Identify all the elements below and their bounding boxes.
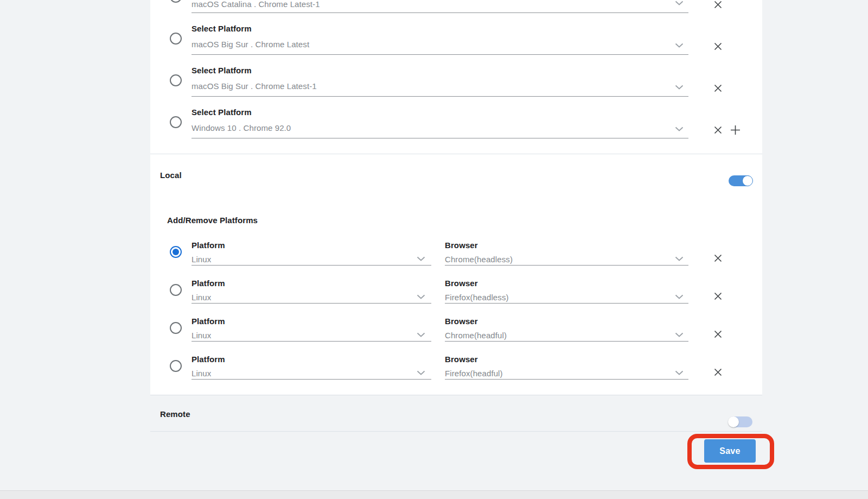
- platform-label: Platform: [192, 353, 225, 364]
- chevron-down-icon: [675, 370, 684, 375]
- platform-select-value[interactable]: Windows 10 . Chrome 92.0: [192, 122, 291, 134]
- field-underline: [192, 12, 688, 13]
- chevron-down-icon: [675, 127, 684, 131]
- toggle-knob: [728, 416, 739, 427]
- field-underline: [192, 138, 688, 138]
- platform-label: Platform: [192, 315, 225, 326]
- remove-row-button[interactable]: [711, 365, 724, 378]
- chevron-down-icon: [417, 294, 425, 299]
- platform-radio[interactable]: [170, 33, 182, 45]
- browser-label: Browser: [445, 315, 478, 326]
- select-platform-label: Select Platform: [192, 23, 252, 34]
- platform-select-value[interactable]: macOS Big Sur . Chrome Latest: [192, 38, 309, 50]
- remote-label: Remote: [160, 408, 190, 419]
- remove-row-button[interactable]: [711, 251, 724, 264]
- close-icon: [714, 126, 722, 134]
- chevron-down-icon: [675, 256, 684, 261]
- remote-toggle[interactable]: [729, 416, 752, 427]
- chevron-down-icon: [417, 256, 425, 261]
- toggle-knob: [742, 175, 753, 186]
- browser-label: Browser: [445, 277, 478, 288]
- field-underline: [192, 54, 688, 55]
- field-underline: [192, 341, 431, 342]
- chevron-down-icon: [675, 294, 684, 299]
- remove-row-button[interactable]: [711, 327, 724, 340]
- add-icon: [730, 125, 741, 135]
- browser-dropdown-value[interactable]: Firefox(headful): [445, 367, 503, 379]
- bottom-strip: [0, 490, 868, 499]
- platform-dropdown-value[interactable]: Linux: [192, 367, 211, 379]
- field-underline: [445, 379, 688, 380]
- section-divider: [150, 154, 762, 154]
- browser-dropdown-value[interactable]: Chrome(headful): [445, 329, 507, 341]
- field-underline: [445, 341, 688, 342]
- close-icon: [714, 42, 722, 50]
- platform-label: Platform: [192, 239, 225, 250]
- close-icon: [714, 254, 722, 262]
- chevron-down-icon: [417, 370, 425, 375]
- field-underline: [192, 379, 431, 380]
- field-underline: [445, 303, 688, 304]
- local-toggle[interactable]: [729, 175, 752, 186]
- platform-select-value[interactable]: macOS Catalina . Chrome Latest-1: [192, 0, 320, 10]
- platform-radio[interactable]: [170, 74, 182, 86]
- browser-label: Browser: [445, 239, 478, 250]
- browser-label: Browser: [445, 353, 478, 364]
- platform-row-radio[interactable]: [170, 322, 182, 334]
- platform-select-value[interactable]: macOS Big Sur . Chrome Latest-1: [192, 80, 317, 92]
- add-platform-button[interactable]: [729, 123, 742, 136]
- remove-platform-button[interactable]: [711, 81, 724, 94]
- platform-dropdown-value[interactable]: Linux: [192, 291, 211, 303]
- local-label: Local: [160, 169, 182, 180]
- add-remove-platforms-heading: Add/Remove Platforms: [167, 214, 258, 225]
- select-platform-label: Select Platform: [192, 106, 252, 117]
- platform-dropdown-value[interactable]: Linux: [192, 253, 211, 265]
- field-underline: [445, 265, 688, 266]
- remove-platform-button[interactable]: [711, 0, 724, 11]
- chevron-down-icon: [675, 332, 684, 337]
- field-underline: [192, 96, 688, 97]
- chevron-down-icon: [675, 85, 684, 90]
- chevron-down-icon: [417, 332, 425, 337]
- remove-row-button[interactable]: [711, 289, 724, 302]
- chevron-down-icon: [675, 43, 684, 48]
- close-icon: [714, 84, 722, 92]
- field-underline: [192, 303, 431, 304]
- browser-dropdown-value[interactable]: Chrome(headless): [445, 253, 513, 265]
- close-icon: [714, 330, 722, 338]
- section-divider: [150, 431, 762, 432]
- platform-row-radio[interactable]: [170, 360, 182, 372]
- close-icon: [714, 368, 722, 376]
- select-platform-label: Select Platform: [192, 65, 252, 75]
- platform-dropdown-value[interactable]: Linux: [192, 329, 211, 341]
- platform-row-radio[interactable]: [170, 246, 182, 258]
- close-icon: [714, 292, 722, 300]
- platform-row-radio[interactable]: [170, 284, 182, 296]
- close-icon: [714, 1, 722, 9]
- platform-label: Platform: [192, 277, 225, 288]
- remove-platform-button[interactable]: [711, 123, 724, 136]
- field-underline: [192, 265, 431, 266]
- chevron-down-icon: [675, 1, 684, 5]
- platform-radio[interactable]: [170, 116, 182, 128]
- remove-platform-button[interactable]: [711, 40, 724, 53]
- save-button[interactable]: Save: [704, 439, 756, 463]
- platform-settings-page: macOS Catalina . Chrome Latest-1 Select …: [0, 0, 868, 499]
- browser-dropdown-value[interactable]: Firefox(headless): [445, 291, 509, 303]
